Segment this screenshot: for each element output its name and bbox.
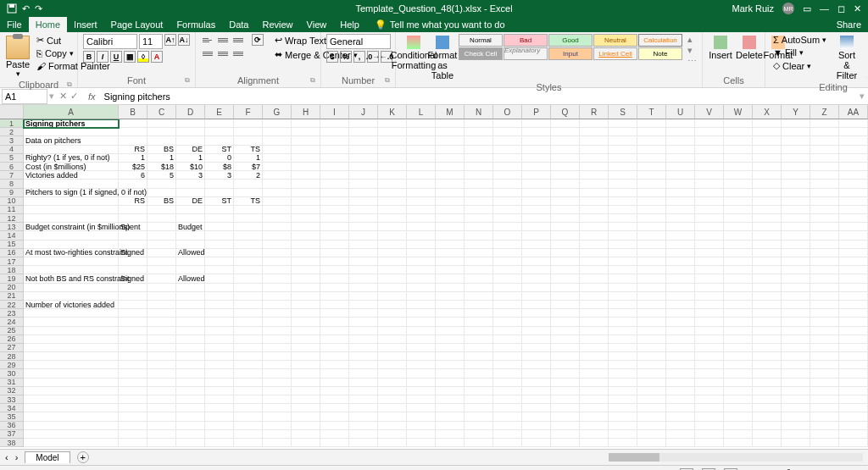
cell[interactable]: [724, 128, 753, 136]
cell[interactable]: [147, 327, 176, 335]
cell[interactable]: [119, 387, 147, 395]
cell[interactable]: [205, 136, 234, 145]
cell[interactable]: [234, 352, 263, 361]
cell[interactable]: [522, 318, 551, 326]
cell[interactable]: [666, 231, 695, 240]
cell[interactable]: [349, 231, 378, 240]
cell[interactable]: [234, 128, 263, 136]
cell[interactable]: [724, 249, 753, 257]
cell[interactable]: [407, 154, 436, 163]
cell[interactable]: [320, 257, 349, 266]
cell[interactable]: [782, 292, 810, 301]
cell[interactable]: [407, 352, 436, 361]
cell[interactable]: [436, 352, 465, 361]
cell[interactable]: [349, 412, 378, 421]
cell[interactable]: [436, 309, 465, 318]
clear-button[interactable]: ◇Clear ▾: [771, 59, 829, 72]
row-header[interactable]: 15: [0, 241, 24, 249]
cell[interactable]: [407, 214, 436, 223]
cell[interactable]: [234, 387, 263, 395]
cell[interactable]: [666, 163, 695, 171]
cell[interactable]: [407, 119, 436, 128]
cell[interactable]: [465, 412, 493, 421]
cell[interactable]: [407, 197, 436, 206]
cell[interactable]: [724, 309, 753, 318]
cell[interactable]: [292, 119, 320, 128]
cell[interactable]: [176, 189, 205, 197]
cell[interactable]: [580, 180, 609, 188]
cell[interactable]: [205, 361, 234, 369]
cell[interactable]: [493, 361, 522, 369]
cell[interactable]: [580, 257, 609, 266]
cell[interactable]: [724, 369, 753, 378]
cell[interactable]: ST: [205, 146, 234, 154]
cell[interactable]: [753, 284, 782, 292]
cell[interactable]: [782, 154, 810, 163]
cell[interactable]: 5: [147, 171, 176, 180]
cell[interactable]: [839, 412, 868, 421]
row-header[interactable]: 6: [0, 163, 24, 171]
row-header[interactable]: 3: [0, 136, 24, 145]
cell[interactable]: [349, 146, 378, 154]
cell[interactable]: [263, 197, 292, 206]
cell[interactable]: [666, 301, 695, 309]
cell[interactable]: [609, 301, 637, 309]
cell[interactable]: [753, 301, 782, 309]
col-header-H[interactable]: H: [292, 105, 320, 119]
cell[interactable]: [810, 266, 839, 274]
cell[interactable]: [465, 231, 493, 240]
cell[interactable]: [637, 180, 666, 188]
cell[interactable]: [436, 361, 465, 369]
cell[interactable]: [119, 369, 147, 378]
fx-icon[interactable]: fx: [83, 91, 101, 102]
cell[interactable]: [551, 206, 580, 214]
cell[interactable]: [407, 430, 436, 439]
cell[interactable]: [436, 231, 465, 240]
cell[interactable]: [580, 171, 609, 180]
cell[interactable]: [378, 292, 407, 301]
cell[interactable]: [292, 274, 320, 283]
menu-tab-review[interactable]: Review: [255, 17, 299, 32]
cell[interactable]: [666, 284, 695, 292]
cell[interactable]: [695, 344, 724, 352]
cell[interactable]: [205, 257, 234, 266]
cell[interactable]: [24, 412, 119, 421]
col-header-L[interactable]: L: [407, 105, 436, 119]
sort-filter-button[interactable]: Sort & Filter: [832, 34, 861, 82]
font-color-button[interactable]: A: [151, 51, 163, 63]
row-header[interactable]: 12: [0, 214, 24, 223]
cell[interactable]: [493, 284, 522, 292]
cell[interactable]: [637, 128, 666, 136]
cell[interactable]: [320, 249, 349, 257]
cell[interactable]: [782, 284, 810, 292]
cell[interactable]: [753, 241, 782, 249]
row-header[interactable]: 27: [0, 344, 24, 352]
cell[interactable]: [205, 344, 234, 352]
cell[interactable]: [407, 439, 436, 447]
cell[interactable]: [637, 439, 666, 447]
cell[interactable]: [666, 404, 695, 412]
cell[interactable]: [695, 171, 724, 180]
cell[interactable]: [666, 309, 695, 318]
cell[interactable]: [522, 223, 551, 231]
alignment-dialog-icon[interactable]: ⧉: [310, 76, 315, 85]
col-header-AA[interactable]: AA: [839, 105, 868, 119]
cell[interactable]: [753, 249, 782, 257]
cell[interactable]: [378, 412, 407, 421]
cell[interactable]: [810, 257, 839, 266]
cell[interactable]: [378, 327, 407, 335]
cell[interactable]: [263, 335, 292, 344]
cell[interactable]: [378, 266, 407, 274]
cell[interactable]: [176, 241, 205, 249]
cell[interactable]: [119, 301, 147, 309]
cell[interactable]: [666, 292, 695, 301]
cell[interactable]: [753, 439, 782, 447]
cell[interactable]: [493, 301, 522, 309]
cell[interactable]: [119, 327, 147, 335]
menu-tab-formulas[interactable]: Formulas: [170, 17, 222, 32]
border-button[interactable]: ▦: [124, 51, 136, 63]
cell[interactable]: [493, 387, 522, 395]
cell[interactable]: Not both BS and RS constraint: [24, 274, 119, 283]
cell[interactable]: [292, 352, 320, 361]
cell[interactable]: [637, 335, 666, 344]
